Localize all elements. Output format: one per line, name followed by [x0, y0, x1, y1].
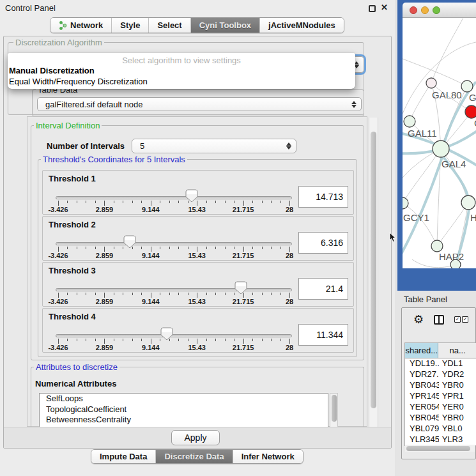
table-row[interactable]: YPR145WYPR1: [405, 391, 476, 402]
mac-zoom-icon[interactable]: [433, 6, 440, 14]
table-row[interactable]: YER054CYER0: [405, 402, 476, 413]
dropdown-prompt: Select algorithm to view settings: [8, 56, 355, 65]
tab-cyni-toolbox[interactable]: Cyni Toolbox: [191, 18, 260, 33]
threshold-value-field[interactable]: 11.344: [298, 324, 348, 346]
threshold-3-panel: Threshold 3-3.4262.8599.14415.4321.71528…: [42, 262, 354, 307]
threshold-value-field[interactable]: 21.4: [298, 278, 348, 300]
tab-jactivemnodules[interactable]: jActiveMNodules: [260, 18, 344, 33]
mac-close-icon[interactable]: [410, 6, 417, 14]
tab-network[interactable]: Network: [50, 18, 112, 33]
network-node-h[interactable]: [461, 196, 475, 210]
cell-name: YDR2: [439, 369, 476, 380]
screenshot-root: Control Panel ✕ Network Style Select Cyn…: [0, 0, 476, 476]
tab-select[interactable]: Select: [149, 18, 190, 33]
column-layout-icon[interactable]: [434, 315, 444, 325]
slider-track[interactable]: [56, 334, 292, 337]
slider-track[interactable]: [56, 196, 292, 199]
apply-button[interactable]: Apply: [171, 430, 220, 445]
table-row[interactable]: YLR345WYLR3: [405, 434, 476, 445]
cyni-mode-tabbar: Impute Data Discretize Data Infer Networ…: [91, 449, 303, 464]
network-canvas[interactable]: GAL80GACGAL11GAL4GCY1HHAP2: [403, 18, 476, 268]
attribute-list-item[interactable]: SelfLoops: [40, 394, 328, 404]
tab-infer-network[interactable]: Infer Network: [233, 450, 303, 463]
gear-icon[interactable]: ⚙: [413, 314, 424, 325]
slider-thumb[interactable]: [160, 327, 173, 341]
close-icon[interactable]: ✕: [381, 3, 388, 12]
cell-name: YLR3: [439, 434, 476, 445]
network-node-c[interactable]: [465, 105, 476, 118]
attribute-list-item[interactable]: TopologicalCoefficient: [40, 404, 328, 415]
scrollbar-thumb[interactable]: [332, 395, 337, 422]
slider-thumb[interactable]: [234, 281, 247, 295]
float-window-icon[interactable]: [369, 5, 376, 12]
network-window-titlebar[interactable]: [403, 3, 476, 18]
column-header-name[interactable]: na...: [438, 343, 476, 358]
network-node[interactable]: [450, 259, 461, 268]
table-row[interactable]: YDL19...YDL1: [405, 358, 476, 369]
network-node-gal80[interactable]: [426, 78, 436, 88]
table-row[interactable]: YBR043CYBR0: [405, 380, 476, 391]
slider-tick-labels: -3.4262.8599.14415.4321.71528: [58, 344, 289, 351]
network-node-ga[interactable]: [461, 81, 473, 92]
numerical-attributes-list[interactable]: SelfLoopsTopologicalCoefficientBetweenne…: [39, 393, 328, 427]
network-node-label: GA: [469, 92, 476, 103]
slider-track[interactable]: [56, 288, 292, 291]
network-node-label: GAL11: [408, 128, 437, 139]
dropdown-option-equal-width-frequency[interactable]: Equal Width/Frequency Discretization: [9, 77, 148, 86]
cell-name: YER0: [439, 402, 476, 413]
tab-discretize-data[interactable]: Discretize Data: [156, 450, 233, 463]
slider-ticks: [58, 293, 289, 298]
table-row[interactable]: YBR045CYBR0: [405, 413, 476, 424]
control-panel-window: Control Panel ✕ Network Style Select Cyn…: [0, 0, 395, 476]
number-of-intervals-label: Number of Intervals: [47, 141, 125, 151]
threshold-1-panel: Threshold 1-3.4262.8599.14415.4321.71528…: [42, 170, 354, 215]
attributes-list-scrollbar[interactable]: [330, 393, 338, 427]
network-node-gcy1[interactable]: [403, 197, 408, 209]
slider-ticks: [58, 201, 289, 206]
network-node-gal4[interactable]: [433, 141, 449, 157]
table-horizontal-scrollbar[interactable]: [405, 445, 475, 452]
table-data-group: Table Data galFiltered.sif default node: [32, 89, 364, 116]
threshold-2-panel: Threshold 2-3.4262.8599.14415.4321.71528…: [42, 216, 354, 261]
combo-stepper-icon: [351, 101, 357, 108]
checkbox-pair-icon[interactable]: ✓ ✓: [454, 316, 468, 323]
network-node-label: GAL80: [432, 89, 462, 100]
table-data-combobox[interactable]: galFiltered.sif default node: [37, 97, 362, 111]
network-node-label: H: [470, 212, 476, 223]
number-of-intervals-combobox[interactable]: 5: [132, 139, 296, 153]
scrollbar-thumb[interactable]: [406, 446, 470, 451]
attributes-group-title: Attributes to discretize: [34, 363, 119, 371]
numerical-attributes-label: Numerical Attributes: [35, 379, 116, 388]
table-data-value: galFiltered.sif default node: [38, 100, 351, 109]
network-node-gal11[interactable]: [404, 116, 415, 127]
slider-thumb[interactable]: [123, 235, 136, 249]
network-node-label: GAL4: [441, 158, 466, 169]
thresholds-group-title: Threshold's Coordinates for 5 Intervals: [41, 155, 187, 164]
settings-scrollbar[interactable]: [369, 118, 378, 427]
tab-style[interactable]: Style: [112, 18, 149, 33]
cell-shared-name: YBL079W: [405, 424, 439, 434]
column-header-shared-name[interactable]: shared...: [405, 343, 438, 358]
network-node-hap2[interactable]: [431, 240, 443, 252]
dropdown-option-manual-discretization[interactable]: Manual Discretization: [9, 66, 95, 75]
cell-shared-name: YBR043C: [405, 380, 439, 391]
number-of-intervals-value: 5: [132, 141, 286, 151]
threshold-label: Threshold 4: [49, 312, 96, 321]
threshold-value-field[interactable]: 6.316: [298, 232, 348, 254]
slider-thumb[interactable]: [185, 189, 198, 203]
scrollbar-thumb[interactable]: [371, 132, 376, 408]
cell-name: YBR0: [439, 380, 476, 391]
cell-shared-name: YDL19...: [405, 358, 439, 369]
attribute-list-item[interactable]: BetweennessCentrality: [40, 415, 328, 426]
threshold-value-field[interactable]: 14.713: [298, 186, 348, 208]
tab-impute-data[interactable]: Impute Data: [91, 450, 156, 463]
slider-ticks: [58, 247, 289, 252]
table-row[interactable]: YDR27...YDR2: [405, 369, 476, 380]
threshold-label: Threshold 1: [49, 174, 96, 183]
mac-minimize-icon[interactable]: [421, 6, 429, 14]
interval-definition-title: Interval Definition: [34, 121, 102, 130]
threshold-label: Threshold 2: [49, 220, 96, 229]
table-row[interactable]: YBL079WYBL0: [405, 424, 476, 434]
threshold-4-panel: Threshold 4-3.4262.8599.14415.4321.71528…: [42, 308, 354, 353]
slider-track[interactable]: [56, 242, 292, 245]
